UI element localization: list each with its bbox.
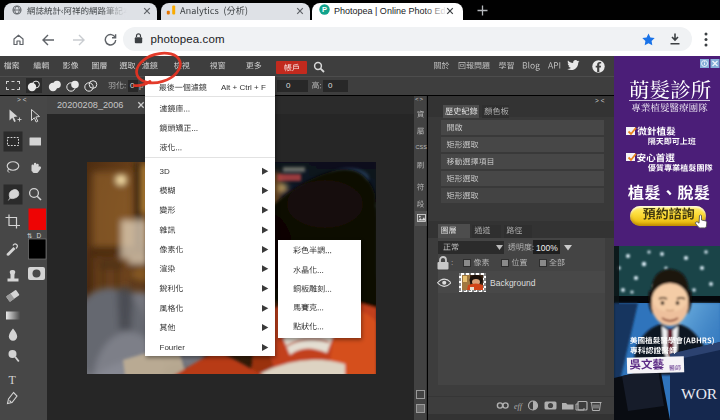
svg-text:D: D <box>37 232 42 239</box>
svg-text:eff: eff <box>514 402 524 411</box>
svg-text:P: P <box>321 5 326 14</box>
svg-text:WOR: WOR <box>681 385 718 402</box>
svg-text:⇅: ⇅ <box>27 232 33 239</box>
svg-text:T: T <box>9 373 17 387</box>
